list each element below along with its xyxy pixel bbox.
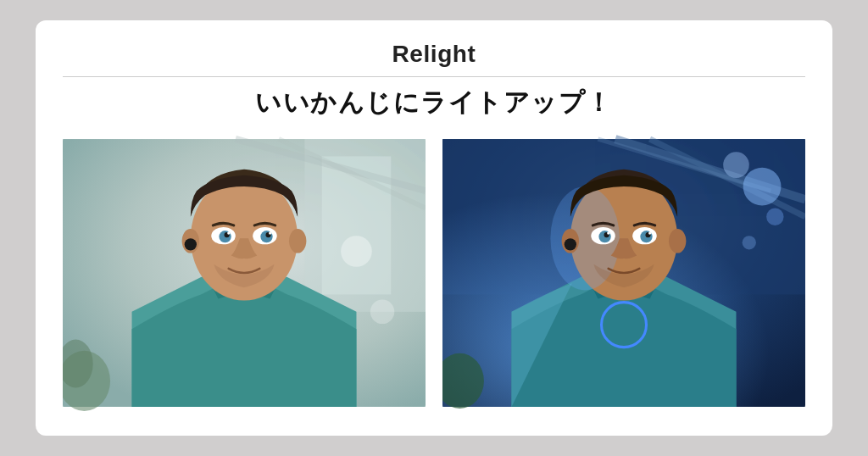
images-container	[63, 134, 805, 412]
subtitle: いいかんじにライトアップ！	[255, 86, 613, 120]
svg-point-21	[227, 232, 230, 235]
title-section: Relight	[63, 41, 805, 77]
svg-point-13	[289, 229, 306, 253]
after-image-svg	[442, 134, 805, 412]
svg-point-14	[185, 238, 197, 250]
svg-point-46	[607, 232, 609, 235]
svg-point-39	[565, 238, 576, 250]
svg-point-5	[341, 236, 372, 267]
svg-point-6	[370, 300, 395, 325]
page-title: Relight	[63, 41, 805, 68]
svg-point-38	[669, 229, 686, 253]
before-image	[63, 134, 426, 412]
svg-point-47	[648, 232, 651, 235]
before-image-svg	[63, 134, 426, 412]
after-image	[442, 134, 805, 412]
svg-point-22	[269, 232, 271, 235]
main-card: Relight いいかんじにライトアップ！	[36, 20, 832, 436]
